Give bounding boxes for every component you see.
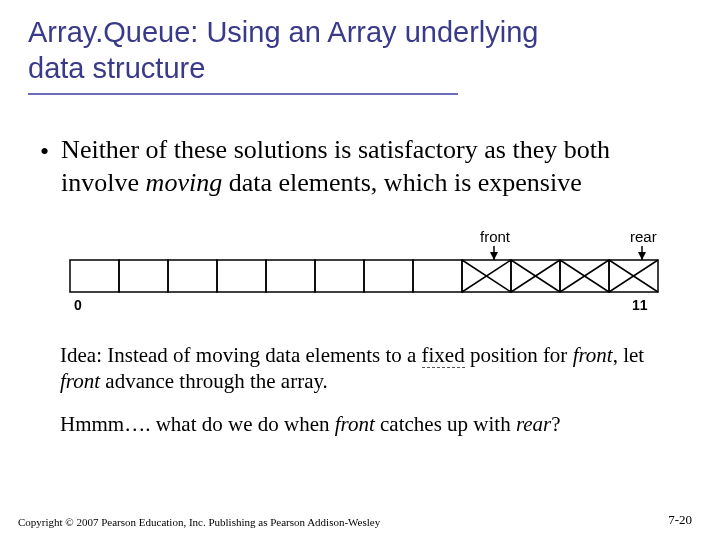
- hmmm-t1: Hmmm…. what do we do when: [60, 412, 335, 436]
- array-diagram: front rear 0 11: [0, 200, 720, 324]
- page-number: 7-20: [668, 512, 692, 528]
- front-arrow-head: [490, 252, 498, 260]
- front-label: front: [480, 230, 511, 245]
- hmmm-t3: ?: [551, 412, 560, 436]
- array-cell: [70, 260, 119, 292]
- rear-arrow-head: [638, 252, 646, 260]
- index-start: 0: [74, 297, 82, 313]
- bullet-text: Neither of these solutions is satisfacto…: [61, 133, 680, 201]
- bullet-dot: •: [40, 133, 61, 169]
- hmmm-text: Hmmm…. what do we do when front catches …: [0, 395, 720, 437]
- array-svg: front rear 0 11: [60, 230, 660, 320]
- hmmm-front: front: [335, 412, 375, 436]
- array-cells: [70, 260, 658, 292]
- title-line2: data structure: [28, 52, 205, 84]
- bullet-block: • Neither of these solutions is satisfac…: [0, 95, 720, 201]
- rear-label: rear: [630, 230, 657, 245]
- idea-text: Idea: Instead of moving data elements to…: [0, 324, 720, 395]
- array-cell: [266, 260, 315, 292]
- array-cell: [168, 260, 217, 292]
- bullet-emph: moving: [146, 168, 223, 197]
- title-line1: Array.Queue: Using an Array underlying: [28, 16, 538, 48]
- hmmm-t2: catches up with: [375, 412, 516, 436]
- index-end: 11: [632, 297, 648, 313]
- copyright: Copyright © 2007 Pearson Education, Inc.…: [18, 516, 380, 528]
- bullet-post: data elements, which is expensive: [222, 168, 582, 197]
- idea-front2: front: [60, 369, 100, 393]
- array-cell: [315, 260, 364, 292]
- idea-front: front: [573, 343, 613, 367]
- array-cell: [119, 260, 168, 292]
- slide-title: Array.Queue: Using an Array underlying d…: [0, 0, 720, 93]
- array-cell: [364, 260, 413, 292]
- idea-t3: , let: [613, 343, 645, 367]
- hmmm-rear: rear: [516, 412, 551, 436]
- idea-t1: Idea: Instead of moving data elements to…: [60, 343, 422, 367]
- array-cell: [413, 260, 462, 292]
- array-cell: [217, 260, 266, 292]
- idea-fixed: fixed: [422, 343, 465, 368]
- idea-t2: position for: [465, 343, 573, 367]
- idea-t4: advance through the array.: [100, 369, 328, 393]
